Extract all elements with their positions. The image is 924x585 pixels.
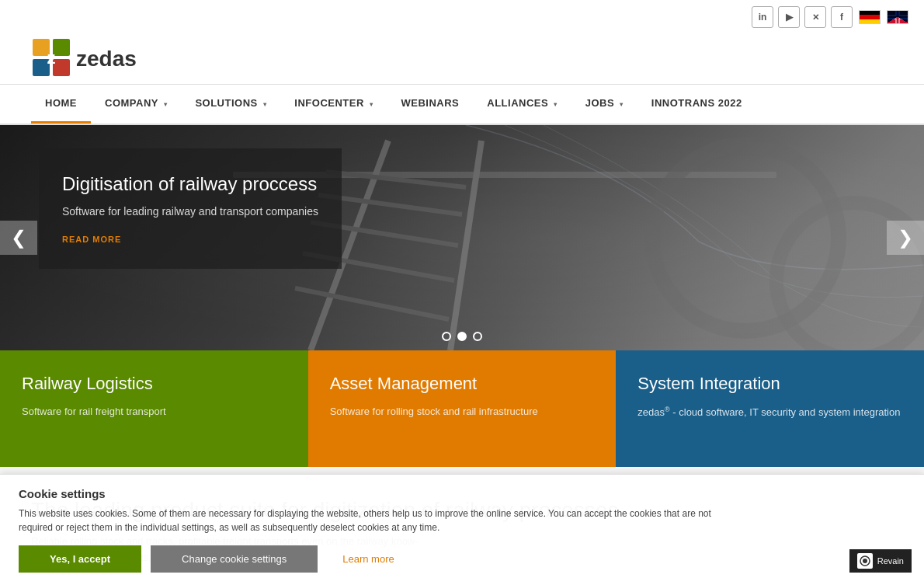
main-nav: HOME COMPANY ▾ SOLUTIONS ▾ INFOCENTER ▾ … (0, 85, 924, 125)
nav-item-infocenter[interactable]: INFOCENTER ▾ (280, 85, 387, 124)
svg-point-16 (863, 559, 867, 563)
slider-dot-3[interactable] (473, 332, 482, 341)
nav-item-innotrans[interactable]: INNOTRANS 2022 (637, 85, 756, 124)
cookie-text: This website uses cookies. Some of them … (19, 507, 717, 535)
chevron-down-icon: ▾ (164, 101, 168, 108)
cookie-title: Cookie settings (19, 487, 905, 500)
nav-item-home[interactable]: HOME (31, 85, 91, 124)
hero-content-box: Digitisation of railway proccess Softwar… (39, 148, 342, 269)
hero-slider: Digitisation of railway proccess Softwar… (0, 125, 924, 350)
slider-dots (442, 332, 482, 341)
german-flag[interactable] (859, 10, 881, 24)
slider-dot-2[interactable] (457, 332, 467, 341)
nav-item-company[interactable]: COMPANY ▾ (91, 85, 181, 124)
card-asset-management-subtitle: Software for rolling stock and rail infr… (330, 405, 595, 419)
logo-text: zedas (76, 47, 137, 71)
card-system-integration-title: System Integration (637, 374, 902, 394)
nav-item-webinars[interactable]: WEBINARS (387, 85, 473, 124)
chevron-down-icon: ▾ (554, 101, 558, 108)
card-railway-logistics-title: Railway Logistics (22, 374, 287, 394)
svg-line-12 (295, 288, 449, 319)
card-system-integration[interactable]: System Integration zedas® - cloud softwa… (616, 350, 924, 467)
nav-item-alliances[interactable]: ALLIANCES ▾ (473, 85, 571, 124)
logo-icon: z (31, 37, 71, 81)
slider-prev-button[interactable]: ❮ (0, 221, 37, 255)
facebook-icon[interactable]: f (831, 6, 853, 28)
card-asset-management-title: Asset Management (330, 374, 595, 394)
cookie-learn-more-link[interactable]: Learn more (342, 553, 394, 565)
cookie-banner: Cookie settings This website uses cookie… (0, 474, 924, 582)
xing-icon[interactable]: ✕ (804, 6, 826, 28)
revain-label: Revain (877, 556, 904, 566)
chevron-down-icon: ▾ (370, 101, 373, 108)
revain-logo-icon (857, 553, 873, 569)
card-railway-logistics[interactable]: Railway Logistics Software for rail frei… (0, 350, 308, 467)
card-asset-management[interactable]: Asset Management Software for rolling st… (308, 350, 617, 467)
card-system-integration-subtitle: zedas® - cloud software, IT security and… (637, 405, 902, 420)
cookie-actions: Yes, I accept Change cookie settings Lea… (19, 545, 905, 573)
cards-section: Railway Logistics Software for rail frei… (0, 350, 924, 467)
card-railway-logistics-subtitle: Software for rail freight transport (22, 405, 287, 419)
uk-flag[interactable] (887, 10, 908, 24)
top-bar: in ▶ ✕ f (0, 0, 924, 34)
cookie-accept-button[interactable]: Yes, I accept (19, 545, 141, 573)
site-header: z zedas (0, 34, 924, 85)
cookie-change-button[interactable]: Change cookie settings (151, 545, 318, 573)
logo[interactable]: z zedas (31, 37, 137, 81)
hero-subtitle: Software for leading railway and transpo… (62, 205, 318, 218)
hero-title: Digitisation of railway proccess (62, 172, 318, 196)
slider-dot-1[interactable] (442, 332, 451, 341)
youtube-icon[interactable]: ▶ (778, 6, 800, 28)
chevron-down-icon: ▾ (263, 101, 267, 108)
nav-item-jobs[interactable]: JOBS ▾ (571, 85, 637, 124)
revain-badge[interactable]: Revain (849, 549, 912, 573)
nav-item-solutions[interactable]: SOLUTIONS ▾ (181, 85, 280, 124)
hero-cta-button[interactable]: READ MORE (62, 235, 121, 244)
svg-text:z: z (47, 48, 56, 68)
slider-next-button[interactable]: ❯ (887, 221, 924, 255)
chevron-down-icon: ▾ (620, 101, 624, 108)
linkedin-icon[interactable]: in (752, 6, 773, 28)
